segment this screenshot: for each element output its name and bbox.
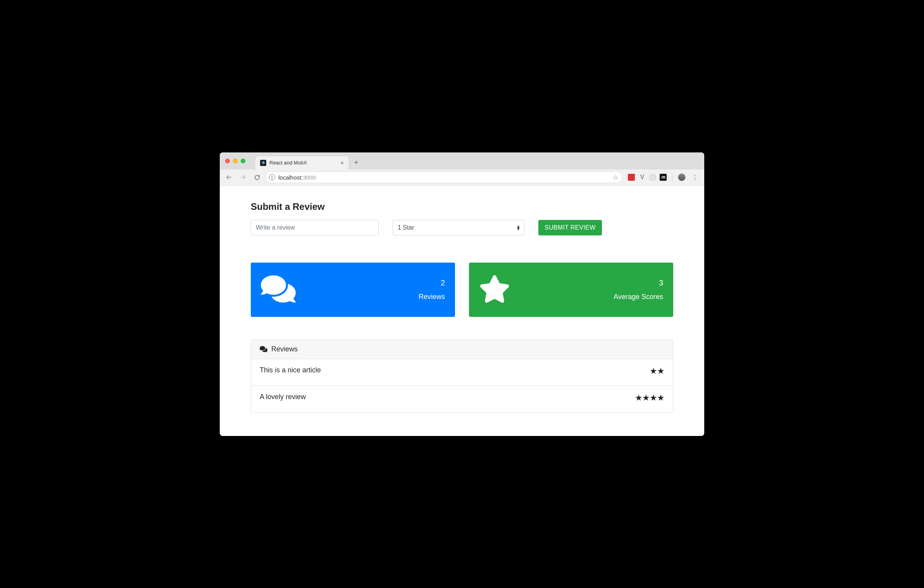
browser-toolbar: i localhost:3000 ☆ V JB ⋮ [220, 169, 704, 186]
review-text: This is a nice article [260, 366, 321, 374]
page-content: Submit a Review 1 Star ▲▼ SUBMIT REVIEW … [220, 186, 704, 436]
avg-score: 3 [614, 278, 663, 287]
comments-icon [260, 345, 267, 353]
star-icon [479, 273, 510, 306]
site-info-icon[interactable]: i [269, 174, 275, 180]
toolbar-divider [672, 173, 672, 181]
address-bar[interactable]: i localhost:3000 ☆ [265, 171, 622, 183]
reviews-panel-header: Reviews [251, 340, 673, 359]
extension-icon[interactable] [650, 174, 656, 180]
new-tab-button[interactable]: + [351, 157, 362, 168]
avg-score-stat-text: 3 Average Scores [614, 278, 663, 301]
window-zoom-button[interactable] [241, 159, 245, 163]
reviews-panel: Reviews This is a nice article ★★ A love… [251, 339, 673, 413]
arrow-left-icon [226, 174, 233, 181]
browser-tabstrip: ⚛ React and MobX × + [220, 152, 704, 169]
extension-icons: V JB ⋮ [626, 173, 700, 181]
reviews-stat-text: 2 Reviews [419, 278, 445, 301]
avg-score-label: Average Scores [614, 293, 663, 301]
forward-button[interactable] [238, 172, 248, 183]
window-close-button[interactable] [225, 159, 230, 163]
review-input[interactable] [251, 220, 379, 235]
extension-icon[interactable]: V [639, 174, 646, 181]
extension-icon[interactable]: JB [660, 174, 667, 181]
select-caret-icon: ▲▼ [516, 225, 521, 230]
reviews-label: Reviews [419, 293, 445, 301]
url-text: localhost:3000 [278, 174, 316, 181]
reviews-stat-card: 2 Reviews [251, 263, 455, 317]
star-select-wrap: 1 Star ▲▼ [393, 220, 524, 235]
submit-review-button[interactable]: SUBMIT REVIEW [538, 220, 602, 235]
tab-close-icon[interactable]: × [340, 159, 344, 166]
window-controls [225, 159, 245, 163]
comments-icon [261, 272, 296, 308]
browser-menu-button[interactable]: ⋮ [690, 174, 700, 181]
reviews-panel-title: Reviews [271, 345, 298, 353]
tab-title: React and MobX [269, 160, 307, 166]
stats-row: 2 Reviews 3 Average Scores [251, 263, 673, 317]
review-stars: ★★★★ [635, 393, 664, 403]
arrow-right-icon [240, 174, 247, 181]
browser-tab[interactable]: ⚛ React and MobX × [255, 156, 348, 169]
review-form: 1 Star ▲▼ SUBMIT REVIEW [251, 220, 673, 235]
profile-avatar[interactable] [678, 173, 686, 181]
back-button[interactable] [224, 172, 234, 183]
browser-window: ⚛ React and MobX × + i localhost:3000 ☆ … [220, 152, 704, 436]
review-item: A lovely review ★★★★ [251, 386, 673, 412]
reload-button[interactable] [252, 172, 262, 183]
reviews-count: 2 [419, 278, 445, 287]
url-port: 3000 [303, 174, 315, 181]
react-favicon-icon: ⚛ [260, 160, 266, 166]
review-text: A lovely review [260, 393, 306, 401]
page-title: Submit a Review [251, 201, 673, 212]
extension-icon[interactable] [628, 174, 635, 181]
avg-score-stat-card: 3 Average Scores [469, 263, 673, 317]
window-minimize-button[interactable] [233, 159, 238, 163]
url-host: localhost: [278, 174, 303, 181]
reload-icon [254, 174, 260, 181]
review-item: This is a nice article ★★ [251, 359, 673, 386]
star-select[interactable]: 1 Star [393, 220, 524, 235]
bookmark-star-icon[interactable]: ☆ [613, 174, 618, 181]
review-stars: ★★ [650, 366, 664, 376]
